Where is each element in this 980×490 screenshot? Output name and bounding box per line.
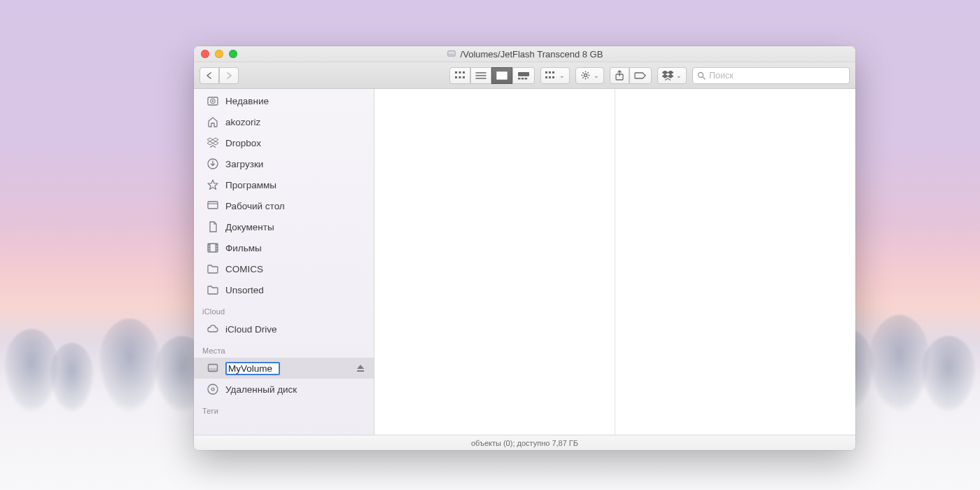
sidebar-label: Удаленный диск [225,384,297,395]
svg-rect-1 [447,54,455,57]
search-field[interactable] [692,67,850,84]
svg-rect-39 [209,250,209,251]
svg-rect-18 [545,71,547,74]
sidebar-item-comics[interactable]: COMICS [194,258,374,279]
recents-icon [206,94,219,107]
svg-rect-16 [522,78,524,80]
sidebar-item-dropbox[interactable]: Dropbox [194,132,374,153]
svg-rect-14 [518,72,529,76]
view-mode-group [449,67,535,84]
svg-rect-41 [216,247,217,248]
sidebar-section-tags: Теги [194,400,374,418]
svg-rect-22 [549,76,551,78]
eject-icon[interactable] [356,363,365,373]
documents-icon [206,220,219,233]
dropbox-icon [206,136,219,149]
column-view[interactable] [374,89,855,435]
column-1[interactable] [374,89,615,435]
finder-window: /Volumes/JetFlash Transcend 8 GB [194,46,855,450]
desktop-icon [206,200,219,212]
sidebar-label: COMICS [225,264,263,274]
sidebar-label: Рабочий стол [225,201,285,211]
svg-rect-7 [463,76,465,78]
sidebar-item-desktop[interactable]: Рабочий стол [194,195,374,216]
close-button[interactable] [201,50,209,58]
svg-rect-23 [552,76,554,78]
window-body: Недавние akozoriz Dropbox Загрузки Прогр… [194,89,855,435]
sidebar-item-documents[interactable]: Документы [194,216,374,237]
svg-rect-20 [552,71,554,74]
svg-rect-38 [209,247,209,248]
svg-rect-5 [455,76,457,78]
volume-rename-input[interactable] [225,362,280,375]
search-icon [697,71,706,80]
action-group: ⌄ [575,67,604,84]
list-view-button[interactable] [470,67,491,84]
sidebar-label: Документы [225,222,274,232]
sidebar-item-unsorted[interactable]: Unsorted [194,279,374,300]
volume-icon [447,49,456,59]
toolbar: ⌄ ⌄ ⌄ [194,62,855,89]
sidebar-label: Unsorted [225,285,264,295]
sidebar-item-downloads[interactable]: Загрузки [194,153,374,174]
remote-disc-icon [206,383,219,396]
forward-button[interactable] [219,67,239,84]
column-view-button[interactable] [491,67,512,84]
minimize-button[interactable] [215,50,223,58]
chevron-down-icon: ⌄ [559,72,565,79]
sidebar-item-home[interactable]: akozoriz [194,111,374,132]
back-button[interactable] [200,67,219,84]
share-button[interactable] [610,67,629,84]
dropbox-group: ⌄ [657,67,687,84]
svg-rect-2 [455,71,457,74]
downloads-icon [206,158,219,170]
svg-rect-17 [525,78,528,80]
action-button[interactable]: ⌄ [575,67,604,84]
home-icon [206,115,219,128]
search-input[interactable] [709,71,845,80]
sidebar-item-movies[interactable]: Фильмы [194,237,374,258]
share-group [610,67,652,84]
svg-rect-4 [463,71,465,74]
folder-icon [206,262,219,275]
dropbox-button[interactable]: ⌄ [657,67,687,84]
column-2[interactable] [615,89,855,435]
svg-rect-3 [459,71,461,74]
sidebar-item-applications[interactable]: Программы [194,174,374,195]
sidebar-item-remote-disc[interactable]: Удаленный диск [194,379,374,400]
arrange-group: ⌄ [540,67,570,84]
svg-rect-6 [459,76,461,78]
sidebar-item-myvolume[interactable] [194,358,374,379]
arrange-button[interactable]: ⌄ [540,67,570,84]
chevron-down-icon: ⌄ [594,72,599,79]
svg-point-46 [211,388,214,391]
sidebar-item-recents[interactable]: Недавние [194,90,374,111]
svg-rect-15 [518,78,521,80]
sidebar-label: Фильмы [225,243,262,253]
icon-view-button[interactable] [449,67,470,84]
movies-icon [206,241,219,254]
svg-point-24 [584,74,587,77]
zoom-button[interactable] [229,50,237,58]
svg-point-45 [208,384,218,394]
status-bar: объекты (0); доступно 7,87 ГБ [194,435,855,450]
sidebar-label: Недавние [225,96,269,106]
gallery-view-button[interactable] [512,67,535,84]
window-title-text: /Volumes/JetFlash Transcend 8 GB [461,49,603,59]
titlebar[interactable]: /Volumes/JetFlash Transcend 8 GB [194,46,855,62]
tags-button[interactable] [629,67,652,84]
svg-point-26 [699,72,704,77]
svg-rect-32 [208,202,218,209]
sidebar-item-icloud-drive[interactable]: iCloud Drive [194,318,374,340]
window-title: /Volumes/JetFlash Transcend 8 GB [447,49,603,59]
folder-icon [206,284,219,296]
svg-rect-11 [497,72,507,79]
sidebar[interactable]: Недавние akozoriz Dropbox Загрузки Прогр… [194,89,374,435]
sidebar-label: Загрузки [225,159,263,169]
sidebar-section-locations: Места [194,340,374,358]
svg-rect-37 [209,245,209,246]
svg-rect-44 [209,368,218,372]
sidebar-section-icloud: iCloud [194,300,374,318]
sidebar-label: akozoriz [225,117,260,127]
sidebar-label: Dropbox [225,138,261,148]
